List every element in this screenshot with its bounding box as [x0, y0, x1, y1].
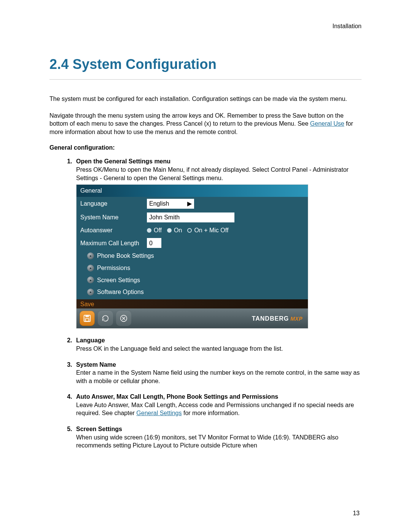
row-language: Language English ▶ [76, 197, 308, 211]
intro-text-a: Navigate through the menu system using t… [49, 112, 344, 127]
floppy-disk-icon [83, 314, 91, 323]
intro-paragraph-2: Navigate through the menu system using t… [49, 112, 362, 136]
submenu-phonebook-label: Phone Book Settings [97, 252, 154, 260]
submenu-software-options[interactable]: ▸ Software Options [76, 286, 308, 299]
submenu-phonebook[interactable]: ▸ Phone Book Settings [76, 250, 308, 262]
autoanswer-label: Autoanswer [80, 226, 147, 235]
autoanswer-on-label: On [174, 226, 182, 235]
step-1-body: Press OK/Menu to open the Main Menu, if … [76, 166, 362, 182]
step-5: Screen Settings When using wide screen (… [74, 425, 362, 450]
svg-rect-1 [85, 315, 89, 318]
row-max-call-length: Maximum Call Length 0 [76, 236, 308, 250]
language-select[interactable]: English ▶ [147, 199, 194, 209]
radio-icon [147, 228, 151, 233]
general-settings-link[interactable]: General Settings [136, 410, 182, 416]
page-title: 2.4 System Configuration [49, 56, 362, 72]
step-2: Language Press OK in the Language field … [74, 336, 362, 353]
chevron-circle-icon: ▸ [87, 252, 94, 259]
step-1: Open the General Settings menu Press OK/… [74, 157, 362, 329]
general-use-link[interactable]: General Use [310, 120, 344, 127]
language-value: English [149, 200, 169, 208]
step-5-title: Screen Settings [76, 426, 122, 432]
intro-paragraph-1: The system must be configured for each i… [49, 95, 362, 103]
step-1-title: Open the General Settings menu [76, 158, 170, 165]
step-4-body: Leave Auto Answer, Max Call Length, Acce… [76, 401, 362, 417]
save-button[interactable] [80, 311, 95, 326]
steps-list: Open the General Settings menu Press OK/… [49, 157, 362, 449]
step-2-title: Language [76, 337, 105, 343]
chevron-circle-icon: ▸ [87, 265, 94, 272]
max-call-length-label: Maximum Call Length [80, 239, 147, 248]
step-3-body: Enter a name in the System Name field us… [76, 369, 362, 385]
menu-header: General [76, 185, 308, 197]
close-icon [119, 314, 128, 323]
system-name-label: System Name [80, 213, 147, 222]
title-divider [49, 79, 362, 80]
page-number: 13 [353, 510, 360, 517]
breadcrumb: Installation [49, 23, 362, 30]
step-4-title: Auto Answer, Max Call Length, Phone Book… [76, 393, 278, 400]
brand-main: TANDBERG [252, 315, 289, 323]
autoanswer-on-option[interactable]: On [167, 226, 182, 235]
step-5-body: When using wide screen (16:9) monitors, … [76, 433, 362, 450]
system-name-input[interactable]: John Smith [147, 212, 234, 222]
autoanswer-off-label: Off [154, 226, 162, 235]
radio-icon [167, 228, 172, 233]
chevron-circle-icon: ▸ [87, 289, 94, 296]
refresh-icon [101, 314, 110, 323]
svg-rect-2 [85, 319, 89, 321]
max-call-length-input[interactable]: 0 [147, 238, 161, 248]
step-4-text-b: for more information. [182, 410, 240, 416]
row-autoanswer: Autoanswer Off On [76, 224, 308, 236]
submenu-screen-settings[interactable]: ▸ Screen Settings [76, 274, 308, 286]
autoanswer-onmic-label: On + Mic Off [194, 226, 228, 235]
toolbar: TANDBERG MXP [76, 308, 308, 328]
autoanswer-radio-group: Off On On + Mic Off [147, 226, 228, 235]
general-settings-menu: General Language English ▶ System Name J… [76, 184, 308, 329]
play-arrow-icon: ▶ [187, 200, 192, 208]
submenu-permissions[interactable]: ▸ Permissions [76, 262, 308, 274]
max-call-length-value: 0 [149, 239, 153, 248]
cancel-button[interactable] [116, 311, 131, 326]
radio-icon [187, 228, 192, 233]
menu-body: Language English ▶ System Name John Smit… [76, 197, 308, 299]
refresh-button[interactable] [98, 311, 113, 326]
autoanswer-onmic-option[interactable]: On + Mic Off [187, 226, 228, 235]
step-3: System Name Enter a name in the System N… [74, 361, 362, 385]
step-2-body: Press OK in the Language field and selec… [76, 345, 362, 353]
system-name-value: John Smith [149, 213, 180, 222]
step-4: Auto Answer, Max Call Length, Phone Book… [74, 393, 362, 417]
save-bar: Save [76, 299, 308, 309]
submenu-screen-label: Screen Settings [97, 276, 140, 284]
autoanswer-off-option[interactable]: Off [147, 226, 162, 235]
step-3-title: System Name [76, 361, 116, 368]
general-configuration-heading: General configuration: [49, 144, 362, 151]
brand-logo: TANDBERG MXP [252, 315, 303, 323]
chevron-circle-icon: ▸ [87, 276, 94, 283]
submenu-permissions-label: Permissions [97, 264, 130, 272]
submenu-software-label: Software Options [97, 288, 144, 296]
row-system-name: System Name John Smith [76, 211, 308, 224]
brand-suffix: MXP [290, 315, 303, 323]
language-label: Language [80, 200, 147, 208]
